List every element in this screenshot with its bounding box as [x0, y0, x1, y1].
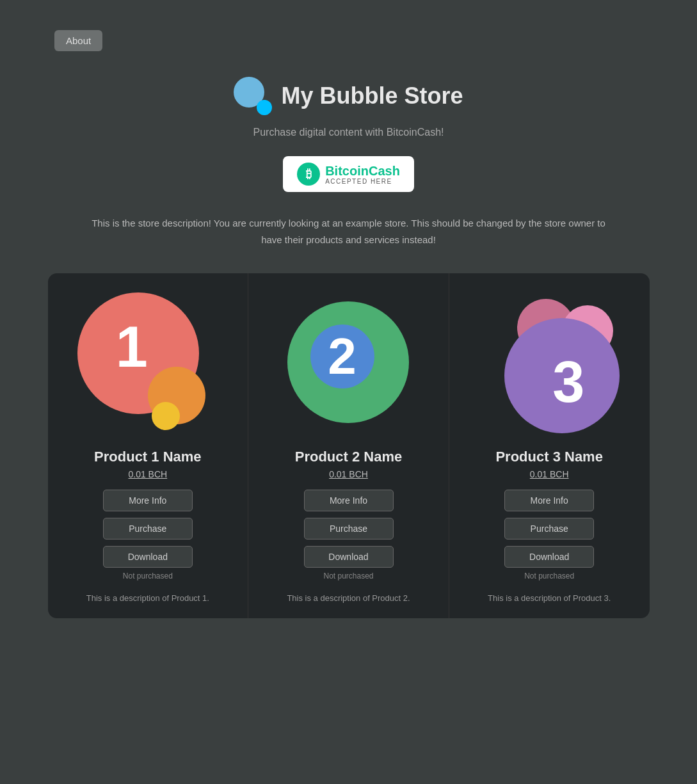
product-1-number: 1 [116, 314, 148, 380]
product-1-description: This is a description of Product 1. [86, 593, 209, 603]
product-3-download-status: Not purchased [524, 572, 574, 580]
product-1-more-info-button[interactable]: More Info [103, 490, 193, 511]
product-card-3: 3 Product 3 Name 0.01 BCH More Info Purc… [449, 273, 650, 618]
bch-name-part2: Cash [369, 164, 400, 178]
product-2-download-button[interactable]: Download [304, 546, 394, 568]
logo-bubble-small [257, 100, 272, 115]
product-2-description: This is a description of Product 2. [287, 593, 410, 603]
products-grid: 1 Product 1 Name 0.01 BCH More Info Purc… [48, 273, 650, 618]
bch-badge: ₿ BitcoinCash ACCEPTED HERE [283, 156, 414, 192]
logo-title-row: My Bubble Store [234, 77, 463, 115]
product-3-number: 3 [552, 349, 584, 415]
product-2-price: 0.01 BCH [329, 469, 368, 479]
store-description: This is the store description! You are c… [74, 215, 624, 248]
product-1-download-button[interactable]: Download [103, 546, 193, 568]
product-1-download-status: Not purchased [123, 572, 173, 580]
product-3-name: Product 3 Name [495, 449, 603, 465]
product-2-download-status: Not purchased [323, 572, 373, 580]
product-3-price: 0.01 BCH [530, 469, 569, 479]
product-3-image: 3 [479, 292, 620, 433]
products-wrapper: 1 Product 1 Name 0.01 BCH More Info Purc… [0, 273, 697, 644]
product-2-more-info-button[interactable]: More Info [304, 490, 394, 511]
product-2-purchase-button[interactable]: Purchase [304, 518, 394, 540]
product-2-blue-circle: 2 [310, 324, 374, 388]
bch-icon: ₿ [297, 163, 320, 186]
product-3-purple-circle: 3 [504, 318, 620, 433]
product-card-1: 1 Product 1 Name 0.01 BCH More Info Purc… [48, 273, 249, 618]
product-3-more-info-button[interactable]: More Info [504, 490, 594, 511]
product-3-download-button[interactable]: Download [504, 546, 594, 568]
bch-accepted: ACCEPTED HERE [325, 178, 400, 185]
product-1-price: 0.01 BCH [128, 469, 167, 479]
product-2-number: 2 [328, 327, 357, 386]
product-1-image: 1 [77, 292, 218, 433]
bch-name-part1: Bitcoin [325, 164, 369, 178]
bch-name: BitcoinCash [325, 164, 400, 178]
subtitle: Purchase digital content with BitcoinCas… [253, 127, 444, 138]
about-button[interactable]: About [54, 30, 102, 51]
product-1-purchase-button[interactable]: Purchase [103, 518, 193, 540]
product-2-image: 2 [278, 292, 419, 433]
product-2-name: Product 2 Name [295, 449, 403, 465]
header: My Bubble Store Purchase digital content… [0, 0, 697, 273]
product-card-2: 2 Product 2 Name 0.01 BCH More Info Purc… [248, 273, 449, 618]
product-3-purchase-button[interactable]: Purchase [504, 518, 594, 540]
store-title: My Bubble Store [281, 83, 463, 109]
product-3-description: This is a description of Product 3. [488, 593, 611, 603]
product-1-name: Product 1 Name [94, 449, 202, 465]
product-1-yellow-circle [152, 402, 180, 430]
bch-text: BitcoinCash ACCEPTED HERE [325, 164, 400, 185]
logo-bubbles [234, 77, 272, 115]
